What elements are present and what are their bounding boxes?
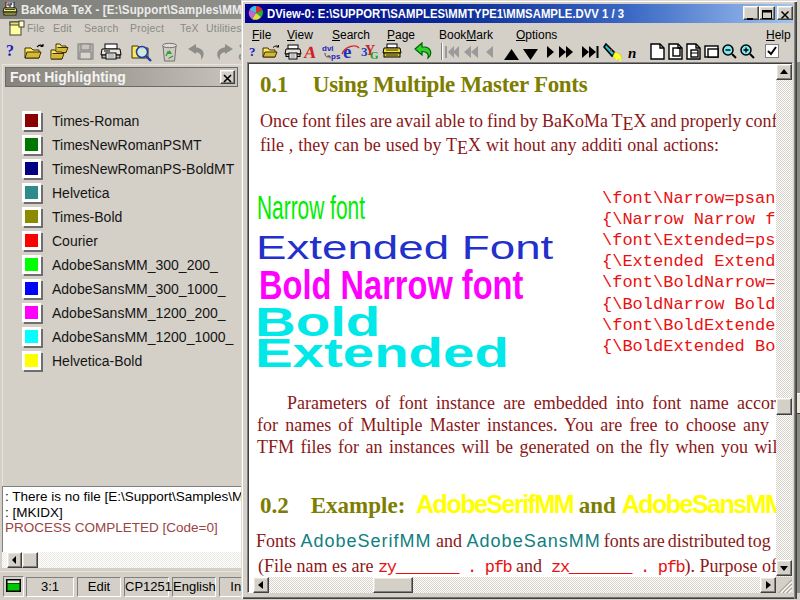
svg-text:ps: ps xyxy=(331,52,341,61)
svg-text:G: G xyxy=(370,49,378,61)
svg-text:e: e xyxy=(343,42,351,61)
